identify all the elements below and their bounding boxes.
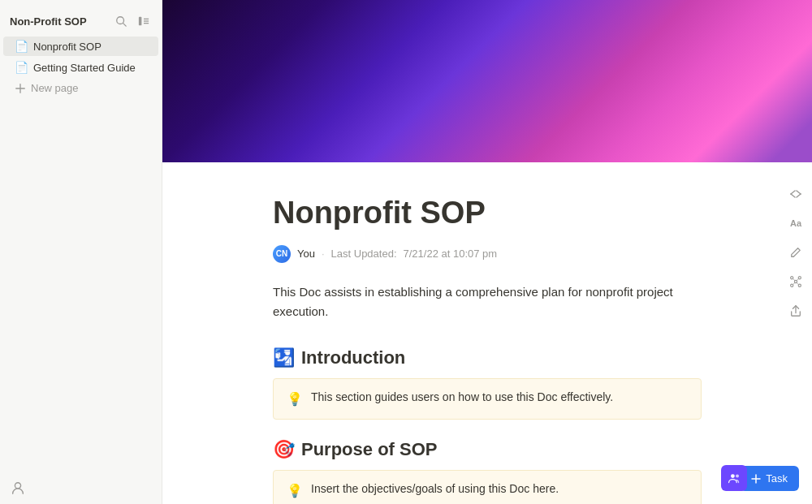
- svg-point-8: [15, 483, 20, 489]
- callout-purpose: 💡 Insert the objectives/goals of using t…: [273, 470, 702, 504]
- callout-introduction: 💡 This section guides users on how to us…: [273, 378, 702, 420]
- font-icon: Aa: [790, 218, 801, 228]
- integrations-button[interactable]: [784, 270, 807, 293]
- user-profile-icon[interactable]: [8, 478, 28, 498]
- svg-line-1: [123, 24, 127, 27]
- sidebar-header-icons: [111, 11, 153, 31]
- sidebar-item-nonprofit-sop[interactable]: 📄 Nonprofit SOP: [3, 37, 158, 56]
- new-page-label: New page: [31, 82, 79, 94]
- section-heading-introduction: 🛂 Introduction: [273, 347, 702, 368]
- sidebar-title: Non-Profit SOP: [10, 15, 87, 28]
- document-body: Nonprofit SOP CN You · Last Updated: 7/2…: [195, 162, 780, 504]
- section-emoji-introduction: 🛂: [273, 347, 295, 368]
- collapse-toolbar-button[interactable]: [784, 183, 807, 205]
- page-icon-nonprofit: 📄: [15, 40, 28, 53]
- callout-text-purpose: Insert the objectives/goals of using thi…: [311, 480, 559, 498]
- new-page-button[interactable]: New page: [3, 79, 158, 97]
- sidebar-bottom: [0, 472, 162, 504]
- sidebar-item-label: Nonprofit SOP: [33, 41, 102, 53]
- edit-button[interactable]: [784, 241, 807, 264]
- collab-button[interactable]: [721, 465, 747, 491]
- svg-line-21: [797, 282, 798, 284]
- author-avatar: CN: [273, 245, 291, 263]
- svg-rect-2: [139, 17, 142, 26]
- main-content: Aa: [162, 0, 812, 504]
- callout-text-introduction: This section guides users on how to use …: [311, 389, 613, 406]
- last-updated-value: 7/21/22 at 10:07 pm: [404, 248, 498, 260]
- hero-banner: [162, 0, 812, 162]
- sidebar: Non-Profit SOP 📄 Nonprofit SOP 📄: [0, 0, 162, 504]
- sidebar-toggle-button[interactable]: [134, 11, 153, 31]
- doc-description: This Doc assists in establishing a compr…: [273, 282, 702, 321]
- section-emoji-purpose: 🎯: [273, 439, 295, 460]
- page-icon-getting-started: 📄: [15, 61, 28, 74]
- svg-line-9: [791, 191, 795, 194]
- search-button[interactable]: [111, 11, 131, 31]
- svg-point-13: [794, 280, 797, 282]
- share-button[interactable]: [784, 299, 807, 322]
- sidebar-item-getting-started[interactable]: 📄 Getting Started Guide: [3, 58, 158, 77]
- task-button[interactable]: Task: [740, 466, 799, 491]
- svg-point-14: [791, 276, 793, 278]
- last-updated-label: Last Updated:: [331, 248, 397, 260]
- svg-line-10: [791, 194, 795, 197]
- meta-separator: ·: [322, 248, 325, 260]
- svg-point-25: [731, 474, 735, 478]
- sidebar-header[interactable]: Non-Profit SOP: [0, 6, 162, 36]
- svg-point-17: [798, 284, 801, 286]
- svg-line-12: [797, 194, 801, 197]
- task-label: Task: [766, 472, 788, 485]
- right-toolbar: Aa: [780, 176, 812, 329]
- author-name: You: [297, 248, 315, 260]
- font-settings-button[interactable]: Aa: [784, 212, 807, 235]
- callout-icon-purpose: 💡: [287, 481, 303, 501]
- callout-icon-introduction: 💡: [287, 390, 303, 409]
- svg-point-15: [798, 276, 801, 278]
- svg-line-19: [797, 278, 798, 280]
- svg-line-11: [797, 191, 801, 194]
- doc-meta: CN You · Last Updated: 7/21/22 at 10:07 …: [273, 245, 702, 263]
- svg-point-16: [791, 284, 793, 286]
- section-heading-purpose: 🎯 Purpose of SOP: [273, 439, 702, 460]
- svg-line-18: [793, 278, 795, 280]
- svg-point-26: [736, 475, 739, 478]
- doc-title: Nonprofit SOP: [273, 195, 702, 232]
- svg-line-20: [793, 282, 795, 284]
- sidebar-item-label: Getting Started Guide: [33, 62, 136, 74]
